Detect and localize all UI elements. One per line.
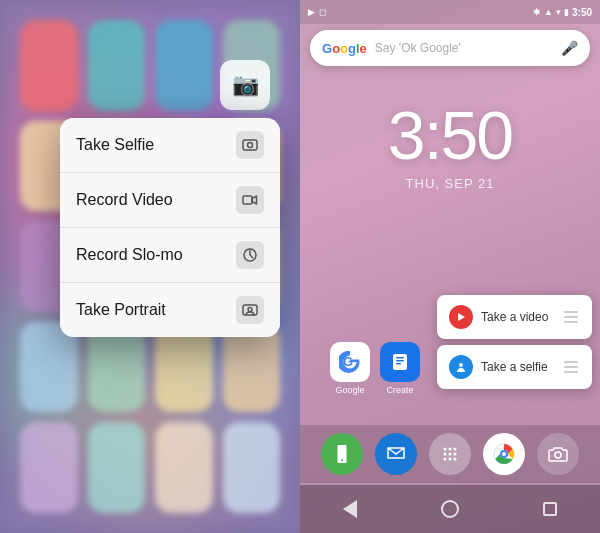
back-icon xyxy=(343,500,357,518)
android-dock xyxy=(300,425,600,483)
signal-icon: ▲ xyxy=(544,7,553,17)
dock-messages[interactable] xyxy=(375,433,417,475)
google-app-label: Google xyxy=(335,385,364,395)
svg-point-20 xyxy=(444,458,447,461)
take-video-icon xyxy=(449,305,473,329)
recents-icon xyxy=(543,502,557,516)
svg-rect-13 xyxy=(396,363,401,365)
app-dot xyxy=(88,422,146,513)
screen-icon: ◻ xyxy=(319,7,326,17)
app-dot xyxy=(20,422,78,513)
google-app-shortcut[interactable]: G Google xyxy=(330,342,370,395)
svg-point-19 xyxy=(454,453,457,456)
camera-icon: 📷 xyxy=(232,72,259,98)
google-logo: Google xyxy=(322,41,367,56)
search-placeholder: Say 'Ok Google' xyxy=(375,41,561,55)
status-bar-left: ▶ ◻ xyxy=(308,7,326,17)
create-app-shortcut[interactable]: Create xyxy=(380,342,420,395)
record-slo-mo-label: Record Slo-mo xyxy=(76,246,183,264)
android-time: 3:50 xyxy=(300,96,600,174)
take-video-label: Take a video xyxy=(481,310,548,324)
ios-panel: 📷 Take Selfie Record Video xyxy=(0,0,300,533)
record-slo-mo-item[interactable]: Record Slo-mo xyxy=(60,228,280,283)
bluetooth-icon: ✱ xyxy=(533,7,541,17)
battery-icon: ▮ xyxy=(564,7,569,17)
svg-point-26 xyxy=(502,452,506,456)
svg-text:G: G xyxy=(343,354,353,369)
take-portrait-item[interactable]: Take Portrait xyxy=(60,283,280,337)
slo-mo-icon xyxy=(236,241,264,269)
dock-phone[interactable] xyxy=(321,433,363,475)
android-shortcuts: G Google Create xyxy=(310,342,590,403)
dock-chrome[interactable] xyxy=(483,433,525,475)
ios-context-menu: 📷 Take Selfie Record Video xyxy=(60,60,280,337)
svg-rect-2 xyxy=(243,196,252,204)
take-portrait-label: Take Portrait xyxy=(76,301,166,319)
context-menu-list: Take Selfie Record Video xyxy=(60,118,280,337)
record-video-label: Record Video xyxy=(76,191,173,209)
svg-point-22 xyxy=(454,458,457,461)
take-selfie-item[interactable]: Take Selfie xyxy=(60,118,280,173)
svg-rect-0 xyxy=(243,140,257,150)
notification-icon: ▶ xyxy=(308,7,315,17)
record-video-item[interactable]: Record Video xyxy=(60,173,280,228)
android-date: THU, SEP 21 xyxy=(300,176,600,191)
take-video-shortcut[interactable]: Take a video xyxy=(437,295,592,339)
app-dot xyxy=(223,422,281,513)
app-dot xyxy=(155,422,213,513)
create-app-label: Create xyxy=(386,385,413,395)
svg-rect-4 xyxy=(243,305,257,315)
portrait-icon xyxy=(236,296,264,324)
svg-point-18 xyxy=(449,453,452,456)
camera-app-icon[interactable]: 📷 xyxy=(220,60,270,110)
svg-point-15 xyxy=(449,448,452,451)
android-nav xyxy=(300,485,600,533)
svg-rect-10 xyxy=(393,354,407,370)
take-selfie-label: Take Selfie xyxy=(76,136,154,154)
mic-icon[interactable]: 🎤 xyxy=(561,40,578,56)
svg-point-21 xyxy=(449,458,452,461)
status-bar-right: ✱ ▲ ▾ ▮ 3:50 xyxy=(533,7,592,18)
nav-home-button[interactable] xyxy=(435,494,465,524)
selfie-icon xyxy=(236,131,264,159)
android-clock: 3:50 THU, SEP 21 xyxy=(300,96,600,191)
video-icon xyxy=(236,186,264,214)
svg-marker-6 xyxy=(458,313,465,321)
wifi-icon: ▾ xyxy=(556,7,561,17)
create-app-icon xyxy=(380,342,420,382)
svg-point-14 xyxy=(444,448,447,451)
dock-camera[interactable] xyxy=(537,433,579,475)
svg-point-27 xyxy=(555,452,561,458)
android-panel: ▶ ◻ ✱ ▲ ▾ ▮ 3:50 Google Say 'Ok Google' … xyxy=(300,0,600,533)
svg-rect-12 xyxy=(396,360,404,362)
nav-back-button[interactable] xyxy=(335,494,365,524)
nav-recents-button[interactable] xyxy=(535,494,565,524)
drag-handle xyxy=(564,309,580,325)
home-icon xyxy=(441,500,459,518)
status-time: 3:50 xyxy=(572,7,592,18)
google-app-icon: G xyxy=(330,342,370,382)
svg-point-5 xyxy=(248,308,252,312)
svg-rect-11 xyxy=(396,357,404,359)
svg-point-17 xyxy=(444,453,447,456)
shortcut-apps-row: G Google Create xyxy=(310,342,590,395)
svg-point-16 xyxy=(454,448,457,451)
google-search-bar[interactable]: Google Say 'Ok Google' 🎤 xyxy=(310,30,590,66)
dock-apps[interactable] xyxy=(429,433,471,475)
status-bar: ▶ ◻ ✱ ▲ ▾ ▮ 3:50 xyxy=(300,0,600,24)
svg-point-1 xyxy=(248,143,253,148)
